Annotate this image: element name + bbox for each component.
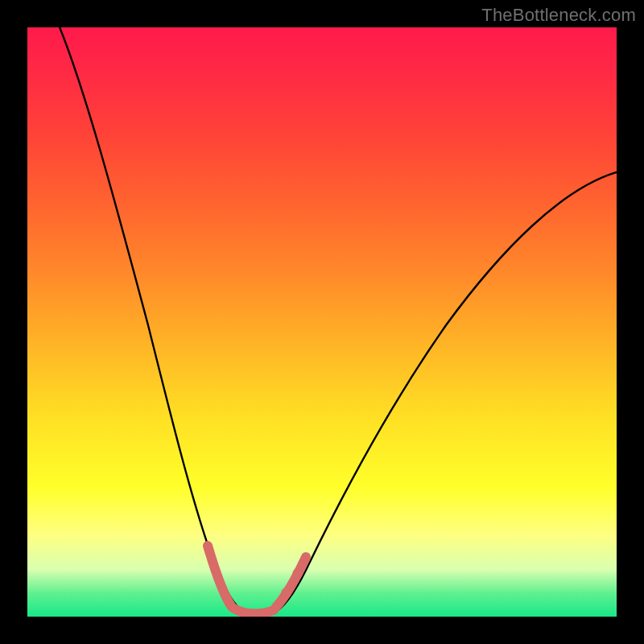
highlight-valley-bottom	[234, 609, 274, 613]
highlight-dot-right-2	[298, 573, 299, 574]
highlight-dot-right-1	[287, 592, 287, 593]
highlight-group	[208, 546, 306, 613]
bottleneck-curve-svg	[27, 27, 617, 617]
highlight-left-foot	[208, 546, 232, 607]
highlight-right-foot	[276, 557, 306, 607]
chart-frame: TheBottleneck.com	[0, 0, 644, 644]
bottleneck-curve	[56, 27, 617, 615]
watermark-text: TheBottleneck.com	[481, 5, 636, 26]
plot-area	[27, 27, 617, 617]
